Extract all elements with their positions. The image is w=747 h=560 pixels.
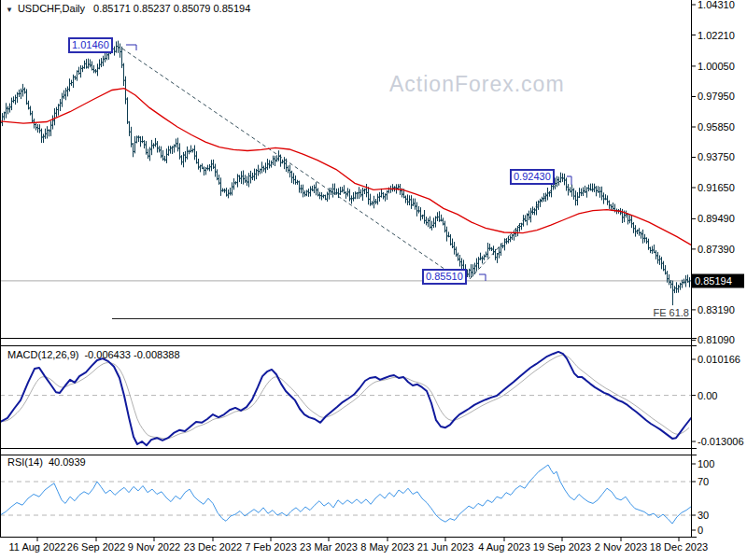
- symbol-dropdown-icon[interactable]: ▼: [6, 6, 13, 14]
- symbol-timeframe-label: USDCHF,Daily: [18, 3, 85, 14]
- fib-extension-label: FE 61.8: [653, 307, 689, 318]
- macd-panel-title: MACD(12,26,9)-0.006433 -0.008388: [7, 349, 180, 360]
- rsi-panel-title: RSI(14)40.0939: [7, 456, 86, 468]
- ohlc-values: 0.85171 0.85237 0.85079 0.85194: [93, 3, 250, 14]
- chart-title: ▼USDCHF,Daily0.85171 0.85237 0.85079 0.8…: [6, 3, 250, 14]
- chart-canvas: [0, 0, 747, 560]
- current-price-badge: 0.85194: [692, 273, 744, 287]
- macd-label: MACD(12,26,9): [7, 349, 78, 360]
- macd-values: -0.006433 -0.008388: [84, 349, 179, 360]
- trading-chart-window: ActionForex.com 1.043101.022101.000500.9…: [0, 0, 747, 560]
- rsi-value: 40.0939: [49, 456, 86, 468]
- rsi-label: RSI(14): [7, 456, 43, 468]
